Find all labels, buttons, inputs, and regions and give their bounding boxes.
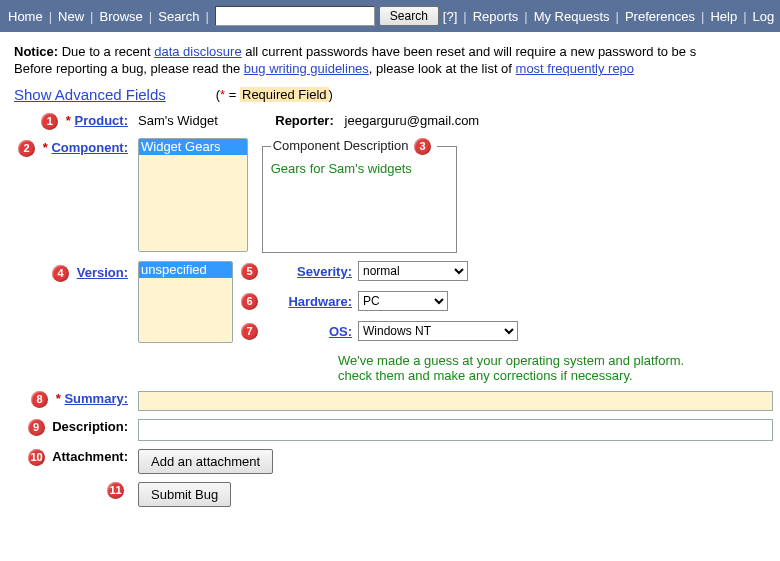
version-select[interactable]: unspecified bbox=[138, 261, 233, 343]
component-description-legend: Component Description 3 bbox=[271, 138, 437, 155]
annotation-7: 7 bbox=[241, 323, 258, 340]
top-nav: Home| New| Browse| Search| Search [?]| R… bbox=[0, 0, 780, 32]
frequent-bugs-link[interactable]: most frequently repo bbox=[516, 61, 635, 76]
annotation-5: 5 bbox=[241, 263, 258, 280]
nav-help-qmark[interactable]: [?] bbox=[443, 9, 457, 24]
summary-label-link[interactable]: Summary: bbox=[64, 391, 128, 406]
nav-new[interactable]: New bbox=[58, 9, 84, 24]
component-label-link[interactable]: Component: bbox=[51, 140, 128, 155]
annotation-3: 3 bbox=[414, 138, 431, 155]
annotation-9: 9 bbox=[28, 419, 45, 436]
severity-select[interactable]: normal bbox=[358, 261, 468, 281]
component-select[interactable]: Widget Gears bbox=[138, 138, 248, 252]
severity-label-link[interactable]: Severity: bbox=[297, 264, 352, 279]
summary-input[interactable] bbox=[138, 391, 773, 411]
nav-search-link[interactable]: Search bbox=[158, 9, 199, 24]
description-label: Description: bbox=[52, 419, 128, 434]
bug-guidelines-link[interactable]: bug writing guidelines bbox=[244, 61, 369, 76]
attachment-label: Attachment: bbox=[52, 449, 128, 464]
search-button[interactable]: Search bbox=[379, 6, 439, 26]
reporter-label-link[interactable]: Reporter: bbox=[275, 113, 334, 128]
search-input[interactable] bbox=[215, 6, 375, 26]
add-attachment-button[interactable]: Add an attachment bbox=[138, 449, 273, 474]
notice-line-1: Notice: Due to a recent data disclosure … bbox=[14, 44, 770, 59]
component-description-box: Component Description 3 Gears for Sam's … bbox=[262, 138, 457, 253]
data-disclosure-link[interactable]: data disclosure bbox=[154, 44, 241, 59]
nav-help[interactable]: Help bbox=[710, 9, 737, 24]
nav-home[interactable]: Home bbox=[8, 9, 43, 24]
annotation-11: 11 bbox=[107, 482, 124, 499]
nav-reports[interactable]: Reports bbox=[473, 9, 519, 24]
nav-preferences[interactable]: Preferences bbox=[625, 9, 695, 24]
annotation-8: 8 bbox=[31, 391, 48, 408]
notice-line-2: Before reporting a bug, please read the … bbox=[14, 61, 770, 76]
main-content: Notice: Due to a recent data disclosure … bbox=[0, 32, 780, 521]
description-input[interactable] bbox=[138, 419, 773, 441]
nav-logout[interactable]: Log bbox=[753, 9, 775, 24]
hardware-label-link[interactable]: Hardware: bbox=[288, 294, 352, 309]
os-label-link[interactable]: OS: bbox=[329, 324, 352, 339]
hardware-select[interactable]: PC bbox=[358, 291, 448, 311]
reporter-value: jeegarguru@gmail.com bbox=[345, 113, 480, 128]
version-option[interactable]: unspecified bbox=[139, 262, 232, 278]
nav-my-requests[interactable]: My Requests bbox=[534, 9, 610, 24]
annotation-1: 1 bbox=[41, 113, 58, 130]
notice-prefix: Notice: bbox=[14, 44, 58, 59]
show-advanced-fields-link[interactable]: Show Advanced Fields bbox=[14, 86, 166, 103]
required-field-legend: (* = Required Field) bbox=[216, 87, 333, 102]
version-label-link[interactable]: Version: bbox=[77, 265, 128, 280]
component-option[interactable]: Widget Gears bbox=[139, 139, 247, 155]
product-label-link[interactable]: Product: bbox=[75, 113, 128, 128]
annotation-4: 4 bbox=[52, 265, 69, 282]
annotation-2: 2 bbox=[18, 140, 35, 157]
bug-form: 1 * Product: Sam's Widget Reporter: jeeg… bbox=[14, 109, 773, 511]
annotation-10: 10 bbox=[28, 449, 45, 466]
component-description-text: Gears for Sam's widgets bbox=[271, 161, 448, 176]
os-guess-text: We've made a guess at your operating sys… bbox=[338, 353, 773, 383]
nav-browse[interactable]: Browse bbox=[99, 9, 142, 24]
annotation-6: 6 bbox=[241, 293, 258, 310]
product-value: Sam's Widget bbox=[138, 113, 258, 128]
os-select[interactable]: Windows NT bbox=[358, 321, 518, 341]
submit-bug-button[interactable]: Submit Bug bbox=[138, 482, 231, 507]
